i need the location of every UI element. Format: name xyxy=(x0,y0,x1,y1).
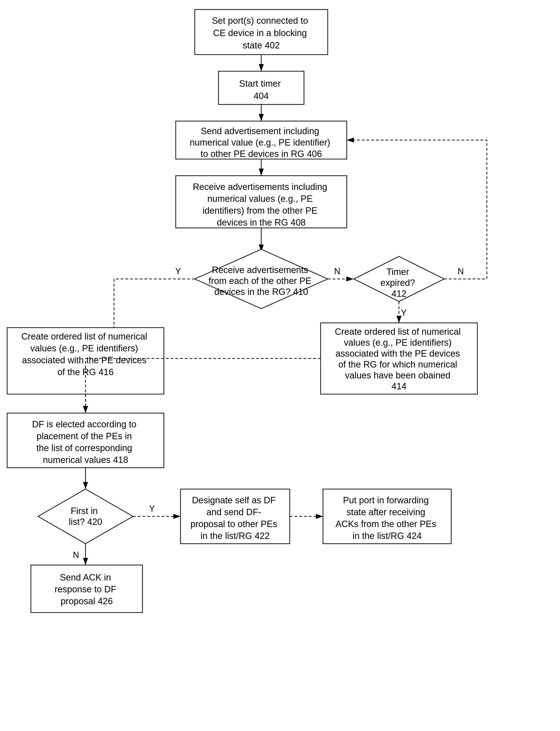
label-n-410: N xyxy=(334,267,340,276)
arrow-412-406-loop xyxy=(347,140,487,279)
label-n-420: N xyxy=(73,550,79,560)
node-426-label: Send ACK in response to DF proposal 426 xyxy=(55,572,119,606)
label-y-410: Y xyxy=(175,267,181,276)
label-y-420: Y xyxy=(149,504,155,513)
node-406-label: Send advertisement including numerical v… xyxy=(190,126,333,159)
node-410-label: Receive advertisements from each of the … xyxy=(209,265,314,297)
label-y-412: Y xyxy=(401,308,407,318)
flowchart-container: Set port(s) connected to CE device in a … xyxy=(0,0,560,731)
label-n-412: N xyxy=(458,267,464,276)
node-420 xyxy=(38,489,133,544)
